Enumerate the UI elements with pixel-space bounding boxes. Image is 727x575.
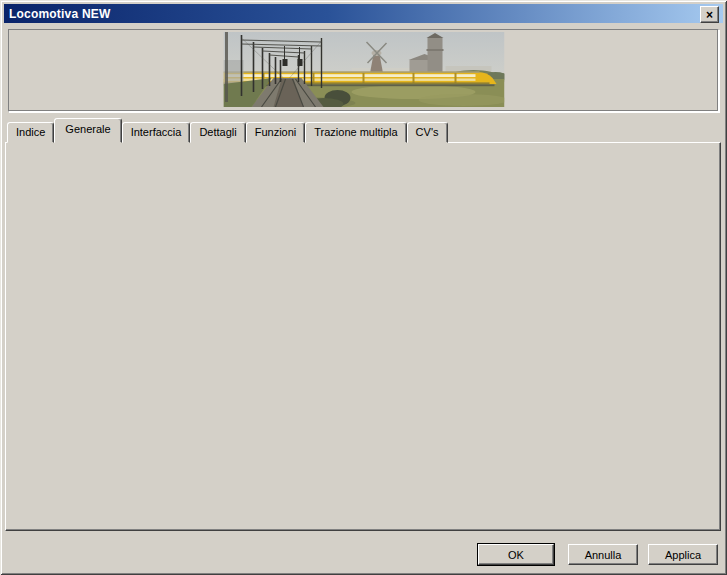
tab-trazione-multipla[interactable]: Trazione multipla	[305, 122, 406, 143]
tab-cvs[interactable]: CV's	[407, 122, 448, 143]
locomotive-dialog: Locomotiva NEW ×	[0, 0, 727, 575]
tab-funzioni[interactable]: Funzioni	[246, 122, 306, 143]
applica-button[interactable]: Applica	[648, 544, 718, 565]
tab-dettagli[interactable]: Dettagli	[190, 122, 245, 143]
close-icon: ×	[706, 9, 713, 21]
annulla-button[interactable]: Annulla	[568, 544, 638, 565]
title-bar[interactable]: Locomotiva NEW ×	[4, 4, 723, 23]
ok-button[interactable]: OK	[478, 544, 554, 565]
tab-indice[interactable]: Indice	[7, 122, 54, 143]
railway-photo	[223, 32, 504, 107]
tab-generale[interactable]: Generale	[54, 118, 121, 143]
banner-panel	[8, 29, 719, 112]
tab-interfaccia[interactable]: Interfaccia	[122, 122, 191, 143]
window-title: Locomotiva NEW	[4, 7, 110, 21]
tab-strip: Indice Generale Interfaccia Dettagli Fun…	[7, 120, 448, 143]
tab-page-generale	[5, 142, 721, 531]
close-button[interactable]: ×	[700, 6, 719, 23]
